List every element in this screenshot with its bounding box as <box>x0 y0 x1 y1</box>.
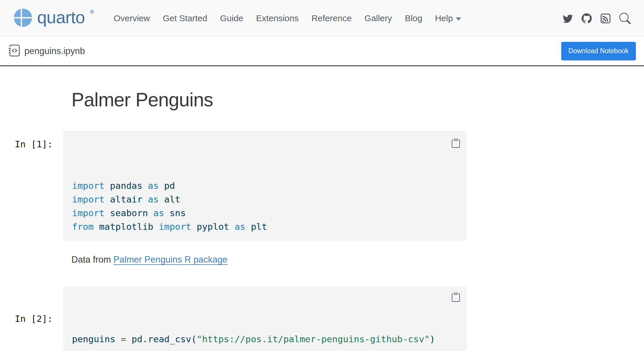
quarto-logo[interactable]: quarto ® <box>13 8 93 28</box>
notebook-header-bar: penguins.ipynb Download Notebook <box>0 37 644 66</box>
code-cell-row-1: In [1]: import pandas as pdimport altair… <box>15 131 467 241</box>
rss-icon[interactable] <box>600 13 611 24</box>
nav-item-reference[interactable]: Reference <box>312 13 352 23</box>
download-notebook-button[interactable]: Download Notebook <box>561 42 636 60</box>
code-line: penguins = pd.read_csv("https://pos.it/p… <box>72 332 458 346</box>
code-cell-row-2: In [2]: penguins = pd.read_csv("https://… <box>15 287 467 351</box>
palmer-penguins-link[interactable]: Palmer Penguins R package <box>114 254 228 265</box>
journal-code-icon <box>9 45 20 58</box>
navbar-icons <box>563 13 631 24</box>
search-icon[interactable] <box>619 13 631 24</box>
registered-mark: ® <box>90 9 94 15</box>
data-source-paragraph: Data from Palmer Penguins R package <box>71 254 467 266</box>
code-line: import seaborn as sns <box>72 206 458 220</box>
code-cell-1: import pandas as pdimport altair as alti… <box>63 131 467 241</box>
nav-item-overview[interactable]: Overview <box>114 13 150 23</box>
quarto-logo-icon <box>13 8 33 28</box>
nav-item-guide[interactable]: Guide <box>220 13 243 23</box>
code-line: import pandas as pd <box>72 179 458 193</box>
copy-to-clipboard-button[interactable] <box>440 292 460 302</box>
notebook-filename: penguins.ipynb <box>24 46 85 56</box>
code-cell-2: penguins = pd.read_csv("https://pos.it/p… <box>63 287 467 351</box>
nav-item-help-label: Help <box>435 13 453 23</box>
nav-item-extensions[interactable]: Extensions <box>256 13 299 23</box>
quarto-wordmark: quarto <box>37 9 85 26</box>
nav-item-gallery[interactable]: Gallery <box>364 13 392 23</box>
nav-item-get-started[interactable]: Get Started <box>163 13 207 23</box>
github-icon[interactable] <box>582 13 592 24</box>
notebook-article: Palmer Penguins In [1]: import pandas as… <box>0 88 644 355</box>
nav-item-blog[interactable]: Blog <box>405 13 422 23</box>
page-title: Palmer Penguins <box>71 88 467 111</box>
code-line: import altair as alt <box>72 193 458 206</box>
page: quarto ® Overview Get Started Guide Exte… <box>0 0 644 355</box>
cell-execution-label: In [2]: <box>15 313 63 324</box>
nav-links: Overview Get Started Guide Extensions Re… <box>114 13 461 23</box>
notebook-file: penguins.ipynb <box>9 45 85 58</box>
code-line: from matplotlib import pyplot as plt <box>72 220 458 234</box>
top-navbar: quarto ® Overview Get Started Guide Exte… <box>0 0 644 37</box>
paragraph-text: Data from <box>71 254 114 265</box>
copy-to-clipboard-button[interactable] <box>440 138 460 148</box>
nav-item-help[interactable]: Help <box>435 13 461 23</box>
cell-execution-label: In [1]: <box>15 131 63 149</box>
chevron-down-icon <box>456 17 461 21</box>
twitter-icon[interactable] <box>563 13 573 24</box>
